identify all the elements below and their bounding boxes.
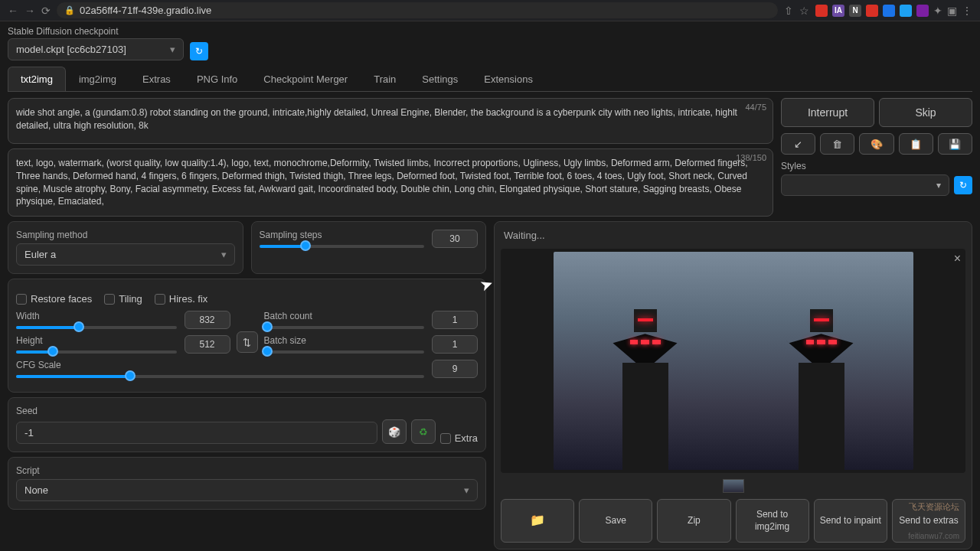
reload-button[interactable]: ⟳	[41, 5, 51, 17]
seed-input[interactable]	[16, 422, 377, 444]
sampling-steps-slider[interactable]	[260, 245, 425, 248]
extension-icons: IA N ✦ ▣ ⋮	[815, 5, 972, 17]
tab-extras[interactable]: Extras	[129, 67, 184, 91]
prompt-input[interactable]: 44/75 wide shot angle, a (gundam:0.8) ro…	[8, 98, 773, 144]
batch-count-slider[interactable]	[264, 326, 425, 329]
puzzle-icon[interactable]: ✦	[933, 5, 942, 17]
save-style-icon[interactable]: 💾	[938, 133, 972, 155]
star-icon[interactable]: ☆	[799, 5, 809, 17]
send-inpaint-button[interactable]: Send to inpaint	[814, 499, 887, 543]
interrupt-button[interactable]: Interrupt	[781, 98, 874, 127]
sampling-method-select[interactable]: Euler a	[16, 243, 235, 266]
sampling-steps-input[interactable]	[432, 230, 478, 248]
width-input[interactable]	[185, 311, 230, 329]
refresh-checkpoint-button[interactable]: ↻	[190, 42, 208, 60]
seed-label: Seed	[16, 406, 478, 416]
script-label: Script	[16, 465, 478, 476]
ext-icon[interactable]	[916, 5, 929, 17]
folder-icon: 📁	[530, 514, 545, 527]
skip-button[interactable]: Skip	[879, 98, 972, 127]
batch-size-input[interactable]	[432, 335, 478, 354]
tab-img2img[interactable]: img2img	[66, 67, 129, 91]
styles-label: Styles	[781, 161, 972, 171]
send-extras-button[interactable]: Send to extras	[892, 499, 965, 543]
ext-icon[interactable]: IA	[832, 5, 844, 17]
ext-icon[interactable]	[866, 5, 878, 17]
batch-count-label: Batch count	[264, 311, 425, 321]
tab-checkpoint-merger[interactable]: Checkpoint Merger	[250, 67, 361, 91]
sampling-method-label: Sampling method	[16, 230, 235, 240]
send-img2img-button[interactable]: Send to img2img	[736, 499, 809, 543]
clipboard-icon[interactable]: 📋	[899, 133, 933, 155]
main-tabs: txt2img img2img Extras PNG Info Checkpoi…	[8, 67, 972, 92]
neg-prompt-token-count: 138/150	[736, 152, 766, 164]
height-slider[interactable]	[16, 350, 177, 354]
ext-icon[interactable]	[883, 5, 895, 17]
styles-select[interactable]	[781, 174, 949, 196]
height-input[interactable]	[185, 335, 230, 354]
open-folder-button[interactable]: 📁	[501, 499, 574, 543]
forward-button[interactable]: →	[24, 5, 35, 17]
tiling-check[interactable]: Tiling	[104, 293, 142, 305]
result-image[interactable]	[554, 252, 913, 470]
lock-icon: 🔒	[64, 5, 75, 15]
batch-size-label: Batch size	[264, 335, 425, 346]
zip-button[interactable]: Zip	[657, 499, 730, 543]
sampling-steps-label: Sampling steps	[260, 230, 425, 240]
panel-icon[interactable]: ▣	[947, 5, 957, 17]
share-icon[interactable]: ⇧	[784, 5, 793, 17]
checkpoint-select[interactable]: model.ckpt [cc6cb27103]	[8, 38, 184, 60]
script-select[interactable]: None	[16, 479, 478, 501]
extra-seed-check[interactable]: Extra	[440, 432, 478, 444]
hires-fix-check[interactable]: Hires. fix	[155, 293, 208, 305]
negative-prompt-input[interactable]: 138/150 text, logo, watermark, (worst qu…	[8, 148, 773, 217]
tab-settings[interactable]: Settings	[409, 67, 471, 91]
back-button[interactable]: ←	[8, 5, 18, 17]
style-icon[interactable]: 🎨	[859, 133, 893, 155]
width-label: Width	[16, 311, 177, 321]
apply-style-button[interactable]: ↻	[954, 176, 972, 194]
ext-icon[interactable]	[900, 5, 912, 17]
trash-icon[interactable]: 🗑	[820, 133, 854, 155]
checkpoint-label: Stable Diffusion checkpoint	[8, 26, 184, 37]
cfg-slider[interactable]	[16, 375, 424, 378]
status-text: Waiting...	[501, 228, 965, 243]
tab-txt2img[interactable]: txt2img	[8, 67, 66, 91]
ext-icon[interactable]	[815, 5, 828, 17]
restore-faces-check[interactable]: Restore faces	[16, 293, 92, 305]
width-slider[interactable]	[16, 326, 177, 329]
tab-extensions[interactable]: Extensions	[471, 67, 546, 91]
url-text: 02a56ff4-71ff-439e.gradio.live	[80, 5, 211, 16]
menu-icon[interactable]: ⋮	[962, 5, 972, 17]
ext-icon[interactable]: N	[849, 5, 861, 17]
tab-train[interactable]: Train	[361, 67, 409, 91]
reuse-seed-button[interactable]: ♻	[411, 419, 436, 444]
result-image-container: ×	[501, 249, 965, 473]
swap-dims-button[interactable]: ⇅	[237, 331, 258, 353]
thumbnail[interactable]	[723, 479, 744, 493]
height-label: Height	[16, 335, 177, 346]
tab-pnginfo[interactable]: PNG Info	[184, 67, 250, 91]
cfg-label: CFG Scale	[16, 360, 424, 370]
url-bar[interactable]: 🔒 02a56ff4-71ff-439e.gradio.live	[57, 2, 778, 18]
close-icon[interactable]: ×	[954, 252, 961, 266]
batch-size-slider[interactable]	[264, 350, 425, 354]
prompt-token-count: 44/75	[745, 102, 766, 113]
save-button[interactable]: Save	[579, 499, 652, 543]
random-seed-button[interactable]: 🎲	[382, 419, 407, 444]
arrow-icon[interactable]: ↙	[781, 133, 815, 155]
cfg-input[interactable]	[432, 360, 478, 378]
batch-count-input[interactable]	[432, 311, 478, 329]
